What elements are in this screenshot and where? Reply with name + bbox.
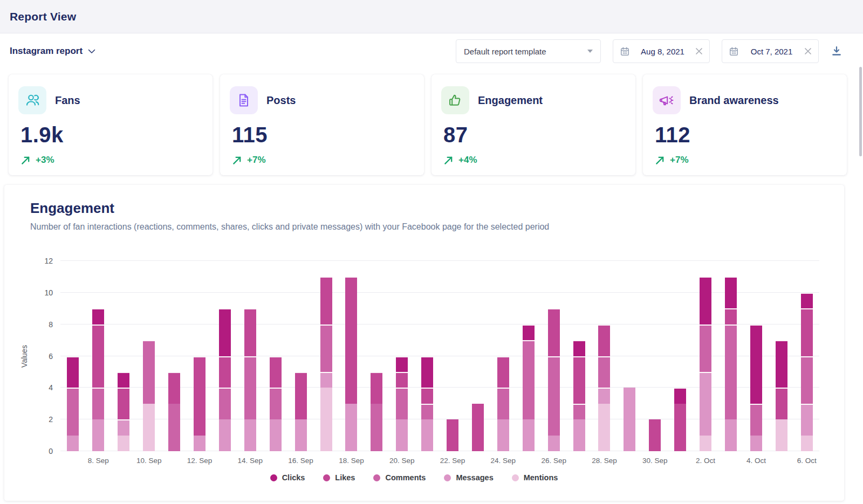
date-from-input[interactable]: Aug 8, 2021 bbox=[613, 39, 710, 63]
bar-segment-mentions[interactable] bbox=[118, 436, 129, 451]
bar-segment-messages[interactable] bbox=[219, 419, 231, 451]
bar-segment-comments[interactable] bbox=[497, 388, 509, 419]
stacked-bar-6-oct[interactable] bbox=[801, 293, 813, 451]
stacked-bar-24-sep[interactable] bbox=[497, 356, 509, 451]
stacked-bar-1-oct[interactable] bbox=[674, 388, 686, 451]
bar-segment-messages[interactable] bbox=[194, 436, 206, 451]
bar-segment-likes[interactable] bbox=[497, 356, 509, 388]
bar-segment-messages[interactable] bbox=[320, 372, 332, 388]
bar-segment-messages[interactable] bbox=[396, 419, 408, 451]
bar-segment-messages[interactable] bbox=[295, 419, 307, 451]
bar-segment-messages[interactable] bbox=[750, 436, 762, 451]
bar-segment-messages[interactable] bbox=[548, 436, 560, 451]
bar-segment-comments[interactable] bbox=[219, 388, 231, 419]
stacked-bar-2-oct[interactable] bbox=[700, 277, 711, 451]
bar-segment-likes[interactable] bbox=[194, 356, 206, 436]
bar-segment-clicks[interactable] bbox=[801, 293, 813, 308]
bar-segment-clicks[interactable] bbox=[750, 325, 762, 404]
stacked-bar-3-oct[interactable] bbox=[725, 277, 737, 451]
stacked-bar-17-sep[interactable] bbox=[320, 277, 332, 451]
bar-segment-messages[interactable] bbox=[270, 419, 282, 451]
stacked-bar-5-oct[interactable] bbox=[776, 340, 787, 451]
bar-segment-likes[interactable] bbox=[168, 372, 180, 404]
stacked-bar-7-sep[interactable] bbox=[67, 356, 79, 451]
bar-segment-likes[interactable] bbox=[598, 325, 610, 356]
bar-segment-comments[interactable] bbox=[92, 388, 104, 419]
stacked-bar-14-sep[interactable] bbox=[244, 308, 256, 451]
stacked-bar-8-sep[interactable] bbox=[92, 308, 104, 451]
bar-segment-likes[interactable] bbox=[548, 308, 560, 356]
stacked-bar-16-sep[interactable] bbox=[295, 372, 307, 451]
bar-segment-likes[interactable] bbox=[649, 419, 661, 451]
bar-segment-comments[interactable] bbox=[67, 388, 79, 435]
bar-segment-likes[interactable] bbox=[345, 277, 357, 403]
bar-segment-likes[interactable] bbox=[801, 308, 813, 356]
bar-segment-comments[interactable] bbox=[320, 325, 332, 372]
clear-date-from-icon[interactable] bbox=[695, 47, 703, 55]
bar-segment-comments[interactable] bbox=[573, 404, 585, 419]
bar-segment-comments[interactable] bbox=[270, 388, 282, 419]
bar-segment-comments[interactable] bbox=[598, 356, 610, 388]
bar-segment-comments[interactable] bbox=[523, 340, 535, 419]
bar-segment-clicks[interactable] bbox=[523, 325, 535, 340]
bar-segment-likes[interactable] bbox=[219, 356, 231, 388]
bar-segment-mentions[interactable] bbox=[143, 404, 155, 451]
bar-segment-comments[interactable] bbox=[168, 404, 180, 451]
bar-segment-likes[interactable] bbox=[320, 277, 332, 324]
legend-item-messages[interactable]: Messages bbox=[444, 473, 493, 482]
bar-segment-likes[interactable] bbox=[472, 404, 484, 451]
bar-segment-comments[interactable] bbox=[371, 404, 382, 451]
legend-item-comments[interactable]: Comments bbox=[373, 473, 426, 482]
bar-segment-messages[interactable] bbox=[700, 372, 711, 436]
bar-segment-mentions[interactable] bbox=[320, 388, 332, 451]
bar-segment-mentions[interactable] bbox=[776, 419, 787, 451]
bar-segment-likes[interactable] bbox=[244, 308, 256, 356]
stacked-bar-23-sep[interactable] bbox=[472, 404, 484, 451]
stacked-bar-11-sep[interactable] bbox=[168, 372, 180, 451]
stacked-bar-12-sep[interactable] bbox=[194, 356, 206, 451]
bar-segment-clicks[interactable] bbox=[776, 340, 787, 388]
stacked-bar-9-sep[interactable] bbox=[118, 372, 129, 451]
bar-segment-likes[interactable] bbox=[396, 372, 408, 388]
bar-segment-clicks[interactable] bbox=[67, 356, 79, 388]
bar-segment-likes[interactable] bbox=[118, 388, 129, 419]
bar-segment-messages[interactable] bbox=[725, 419, 737, 451]
bar-segment-clicks[interactable] bbox=[396, 356, 408, 372]
bar-segment-messages[interactable] bbox=[573, 419, 585, 451]
bar-segment-messages[interactable] bbox=[244, 419, 256, 451]
bar-segment-comments[interactable] bbox=[750, 404, 762, 436]
stacked-bar-20-sep[interactable] bbox=[396, 356, 408, 451]
bar-segment-likes[interactable] bbox=[674, 404, 686, 451]
stacked-bar-29-sep[interactable] bbox=[624, 388, 635, 451]
bar-segment-clicks[interactable] bbox=[725, 277, 737, 308]
bar-segment-comments[interactable] bbox=[700, 325, 711, 372]
bar-segment-likes[interactable] bbox=[92, 325, 104, 388]
bar-segment-comments[interactable] bbox=[396, 388, 408, 419]
download-report-button[interactable] bbox=[831, 45, 843, 57]
stacked-bar-22-sep[interactable] bbox=[447, 419, 458, 451]
bar-segment-likes[interactable] bbox=[371, 372, 382, 404]
bar-segment-comments[interactable] bbox=[801, 356, 813, 404]
stacked-bar-18-sep[interactable] bbox=[345, 277, 357, 451]
bar-segment-clicks[interactable] bbox=[573, 340, 585, 356]
bar-segment-mentions[interactable] bbox=[700, 436, 711, 451]
bar-segment-messages[interactable] bbox=[345, 404, 357, 451]
bar-segment-likes[interactable] bbox=[295, 372, 307, 419]
legend-item-clicks[interactable]: Clicks bbox=[270, 473, 305, 482]
bar-segment-messages[interactable] bbox=[624, 388, 635, 451]
stacked-bar-28-sep[interactable] bbox=[598, 325, 610, 451]
stacked-bar-15-sep[interactable] bbox=[270, 356, 282, 451]
bar-segment-clicks[interactable] bbox=[92, 308, 104, 324]
bar-segment-mentions[interactable] bbox=[598, 404, 610, 451]
bar-segment-messages[interactable] bbox=[67, 436, 79, 451]
bar-segment-likes[interactable] bbox=[421, 388, 433, 403]
bar-segment-mentions[interactable] bbox=[801, 436, 813, 451]
bar-segment-messages[interactable] bbox=[497, 419, 509, 451]
bar-segment-likes[interactable] bbox=[776, 388, 787, 419]
bar-segment-messages[interactable] bbox=[92, 419, 104, 451]
stacked-bar-30-sep[interactable] bbox=[649, 419, 661, 451]
bar-segment-messages[interactable] bbox=[801, 404, 813, 436]
stacked-bar-10-sep[interactable] bbox=[143, 340, 155, 451]
bar-segment-comments[interactable] bbox=[143, 340, 155, 404]
bar-segment-likes[interactable] bbox=[447, 419, 458, 451]
